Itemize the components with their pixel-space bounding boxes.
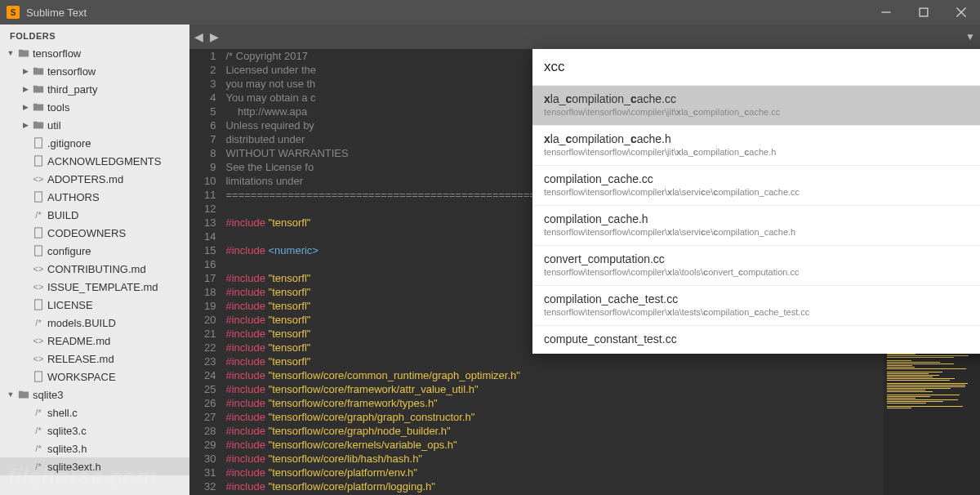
svg-rect-3 [35, 192, 42, 202]
tree-item[interactable]: /*models.BUILD [0, 314, 189, 332]
tree-item[interactable]: <>CONTRIBUTING.md [0, 260, 189, 278]
tree-item-label: configure [46, 245, 91, 257]
tree-item[interactable]: /*sqlite3ext.h [0, 457, 189, 475]
titlebar: S Sublime Text [0, 0, 980, 25]
tabstrip: ◀ ▶ ▼ [189, 25, 980, 49]
goto-input[interactable] [532, 49, 980, 85]
nav-forward-icon[interactable]: ▶ [210, 30, 219, 43]
tree-item[interactable]: ▶tools [0, 98, 189, 116]
file-icon: <> [31, 354, 46, 363]
tree-item-label: third_party [46, 83, 97, 96]
tree-item[interactable]: ▶tensorflow [0, 62, 189, 80]
file-icon [31, 191, 46, 203]
file-icon: /* [31, 462, 46, 471]
sidebar-header: FOLDERS [0, 25, 189, 44]
tree-item-label: models.BUILD [46, 317, 116, 329]
nav-back-icon[interactable]: ◀ [194, 30, 203, 43]
file-icon: <> [31, 336, 46, 346]
goto-anything-panel: xla_compilation_cache.cctensorflow\tenso… [532, 49, 980, 354]
svg-rect-1 [35, 138, 42, 148]
minimize-button[interactable] [867, 0, 905, 25]
tree-item[interactable]: ▼sqlite3 [0, 386, 189, 404]
tree-item[interactable]: WORKSPACE [0, 368, 189, 386]
tree-item-label: .gitignore [46, 137, 91, 149]
file-icon: /* [31, 426, 46, 435]
sidebar: FOLDERS ▼tensorflow▶tensorflow▶third_par… [0, 25, 189, 495]
tree-item[interactable]: /*shell.c [0, 404, 189, 421]
svg-rect-6 [35, 300, 42, 310]
file-icon: /* [31, 444, 46, 453]
tree-item[interactable]: AUTHORS [0, 188, 189, 206]
tree-item[interactable]: .gitignore [0, 134, 189, 152]
tree-item-label: WORKSPACE [46, 371, 116, 383]
tree-item[interactable]: LICENSE [0, 296, 189, 314]
goto-result[interactable]: xla_compilation_cache.cctensorflow\tenso… [532, 85, 980, 125]
tree-item[interactable]: ▶util [0, 116, 189, 134]
folder-icon [31, 65, 46, 77]
line-gutter: 1234567891011121314151617181920212223242… [189, 49, 225, 495]
file-icon: /* [31, 318, 46, 328]
svg-rect-4 [35, 228, 42, 238]
folder-icon [31, 119, 46, 131]
tree-item-label: CODEOWNERS [46, 227, 126, 239]
file-icon: <> [31, 282, 46, 292]
tree-item[interactable]: ▶third_party [0, 80, 189, 98]
file-icon: <> [31, 264, 46, 274]
folder-icon [16, 389, 31, 400]
tree-item-label: ACKNOWLEDGMENTS [46, 155, 161, 167]
goto-result[interactable]: compilation_cache.cctensorflow\tensorflo… [532, 165, 980, 205]
goto-result[interactable]: compute_constant_test.cc [532, 325, 980, 354]
tree-item[interactable]: configure [0, 242, 189, 260]
file-icon: /* [31, 408, 46, 417]
tree-item[interactable]: /*sqlite3.h [0, 439, 189, 457]
tree-item[interactable]: /*sqlite3.c [0, 421, 189, 439]
tree-item[interactable]: ACKNOWLEDGMENTS [0, 152, 189, 170]
tree-item-label: CONTRIBUTING.md [46, 263, 146, 275]
tree-item-label: ISSUE_TEMPLATE.md [46, 281, 158, 293]
tree-item[interactable]: <>ISSUE_TEMPLATE.md [0, 278, 189, 296]
app-logo-icon: S [7, 6, 20, 19]
file-icon: <> [31, 174, 46, 184]
tree-item-label: tensorflow [31, 47, 81, 60]
tree-item-label: LICENSE [46, 299, 93, 311]
tree-item-label: tools [46, 101, 69, 114]
tree-item-label: shell.c [46, 407, 78, 419]
tree-item-label: sqlite3 [31, 389, 64, 401]
svg-rect-2 [35, 156, 42, 166]
tree-item[interactable]: <>README.md [0, 332, 189, 350]
tree-item-label: RELEASE.md [46, 353, 114, 365]
close-button[interactable] [942, 0, 980, 25]
tree-item-label: AUTHORS [46, 191, 100, 203]
window-title: Sublime Text [26, 7, 867, 19]
tree-item-label: tensorflow [46, 65, 96, 78]
editor-area: ◀ ▶ ▼ 1234567891011121314151617181920212… [189, 25, 980, 495]
tab-menu-icon[interactable]: ▼ [965, 31, 975, 42]
tree-item-label: util [46, 119, 61, 132]
folder-icon [31, 101, 46, 113]
tree-item[interactable]: <>ADOPTERS.md [0, 170, 189, 188]
tree-item-label: sqlite3ext.h [46, 461, 101, 473]
file-icon [31, 299, 46, 310]
file-icon [31, 227, 46, 239]
goto-result[interactable]: compilation_cache_test.cctensorflow\tens… [532, 285, 980, 325]
folder-tree: ▼tensorflow▶tensorflow▶third_party▶tools… [0, 44, 189, 495]
tree-item[interactable]: CODEOWNERS [0, 224, 189, 242]
goto-results: xla_compilation_cache.cctensorflow\tenso… [532, 85, 980, 354]
tree-item[interactable]: /*BUILD [0, 206, 189, 224]
file-icon [31, 155, 46, 167]
tree-item[interactable]: <>RELEASE.md [0, 350, 189, 368]
file-icon [31, 137, 46, 149]
svg-rect-0 [920, 8, 928, 16]
svg-rect-7 [35, 372, 42, 381]
maximize-button[interactable] [905, 0, 942, 25]
tree-item[interactable]: ▼tensorflow [0, 44, 189, 62]
goto-result[interactable]: xla_compilation_cache.htensorflow\tensor… [532, 125, 980, 165]
tree-item-label: BUILD [46, 209, 78, 221]
goto-result[interactable]: compilation_cache.htensorflow\tensorflow… [532, 205, 980, 245]
goto-result[interactable]: convert_computation.cctensorflow\tensorf… [532, 245, 980, 285]
folder-icon [16, 47, 31, 59]
svg-rect-5 [35, 246, 42, 256]
tree-item-label: ADOPTERS.md [46, 173, 123, 185]
file-icon [31, 371, 46, 382]
tree-item-label: sqlite3.c [46, 425, 87, 437]
